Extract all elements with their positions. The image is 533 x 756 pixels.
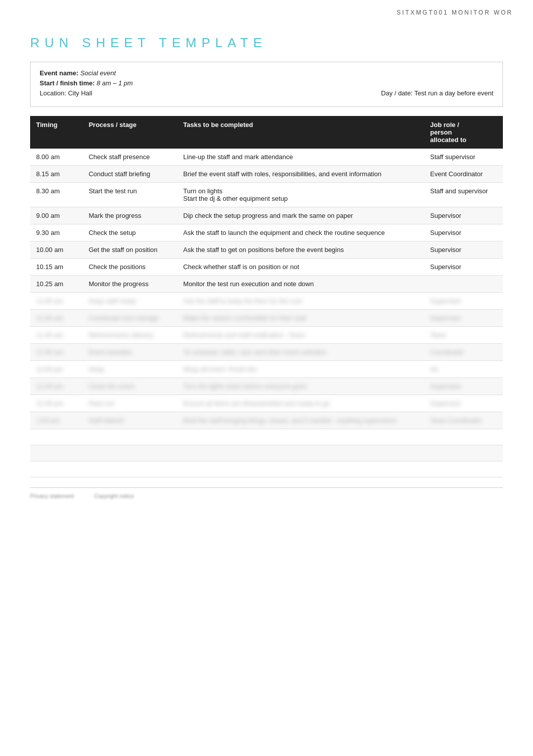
table-row-blurred: 12:30 pmClose the eventTurn the lights d… <box>30 378 503 395</box>
table-row: 9.00 amMark the progressDip check the se… <box>30 207 503 224</box>
table-row: 10.25 amMonitor the progressMonitor the … <box>30 276 503 293</box>
table-row-blurred: 12:00 pmWrapWrap all event. Finish theAl… <box>30 361 503 378</box>
cell-blurred-tasks: Ensure all items are disassembled and re… <box>177 395 424 412</box>
start-time-row: Start / finish time: 8 am – 1 pm <box>40 79 493 87</box>
cell-tasks: Dip check the setup progress and mark th… <box>177 207 424 224</box>
table-row-blurred: 11:50 amEvent activitiesTo schedule, tab… <box>30 344 503 361</box>
cell-timing: 9.30 am <box>30 224 83 241</box>
cell-tasks: Ask the staff to launch the equipment an… <box>177 224 424 241</box>
cell-process: Check the setup <box>83 224 177 241</box>
cell-blurred-role: All <box>424 361 503 378</box>
cell-blurred-timing: 11:00 am <box>30 293 83 310</box>
cell-blurred-tasks: To schedule, table, race and other event… <box>177 344 424 361</box>
cell-empty <box>83 461 177 477</box>
cell-blurred-role: Coordinator <box>424 344 503 361</box>
footer-label1: Privacy statement <box>30 493 74 499</box>
table-row-empty <box>30 445 503 461</box>
table-row-blurred: 11:00 amKeep staff readyAsk the staff to… <box>30 293 503 310</box>
cell-blurred-process: Wrap <box>83 361 177 378</box>
day-value: Test run a day before event <box>414 89 493 97</box>
cell-role: Event Coordinator <box>424 166 503 183</box>
cell-blurred-timing: 1:00 pm <box>30 412 83 429</box>
cell-tasks: Line-up the staff and mark attendance <box>177 149 424 166</box>
cell-blurred-tasks: Ask the staff to keep the floor for the … <box>177 293 424 310</box>
event-name-row: Event name: Social event <box>40 69 493 77</box>
cell-tasks: Ask the staff to get on positions before… <box>177 241 424 259</box>
cell-tasks: Turn on lightsStart the dj & other equip… <box>177 183 424 207</box>
cell-timing: 8.00 am <box>30 149 83 166</box>
cell-blurred-role: Team <box>424 327 503 344</box>
cell-blurred-role: Team Coordinator <box>424 412 503 429</box>
cell-empty <box>30 445 83 461</box>
cell-blurred-process: Staff debrief <box>83 412 177 429</box>
cell-role: Supervisor <box>424 241 503 259</box>
cell-blurred-tasks: Brief the staff bringing things, issues,… <box>177 412 424 429</box>
cell-role: Staff supervisor <box>424 149 503 166</box>
cell-empty <box>30 429 83 445</box>
run-sheet-table: Timing Process / stage Tasks to be compl… <box>30 116 503 477</box>
day-part: Day / date: Test run a day before event <box>381 89 493 97</box>
location-day-row: Location: City Hall Day / date: Test run… <box>40 89 493 97</box>
table-row-empty <box>30 429 503 445</box>
cell-process: Check the positions <box>83 259 177 276</box>
event-label: Event name: <box>40 69 78 77</box>
table-row: 10.15 amCheck the positionsCheck whether… <box>30 259 503 276</box>
cell-blurred-process: Close the event <box>83 378 177 395</box>
start-label: Start / finish time: <box>40 79 95 87</box>
cell-tasks: Brief the event staff with roles, respon… <box>177 166 424 183</box>
cell-blurred-tasks: Refreshments and staff notification - Do… <box>177 327 424 344</box>
cell-empty <box>177 429 424 445</box>
location-label: Location: <box>40 89 66 97</box>
cell-role: Supervisor <box>424 259 503 276</box>
cell-process: Check staff presence <box>83 149 177 166</box>
cell-blurred-role: Supervisor <box>424 310 503 327</box>
table-row-blurred: 11:45 amRefreshments deliveryRefreshment… <box>30 327 503 344</box>
cell-blurred-timing: 12:30 pm <box>30 378 83 395</box>
table-header-row: Timing Process / stage Tasks to be compl… <box>30 116 503 149</box>
header-role: Job role /personallocated to <box>424 116 503 149</box>
location-value: City Hall <box>68 89 92 97</box>
cell-timing: 10.00 am <box>30 241 83 259</box>
cell-role: Supervisor <box>424 207 503 224</box>
cell-blurred-tasks: Wrap all event. Finish the <box>177 361 424 378</box>
table-row-empty <box>30 461 503 477</box>
cell-process: Mark the progress <box>83 207 177 224</box>
cell-blurred-process: Refreshments delivery <box>83 327 177 344</box>
cell-blurred-process: Coordinate and manage <box>83 310 177 327</box>
main-container: RUN SHEET TEMPLATE Event name: Social ev… <box>0 20 533 519</box>
cell-blurred-process: Keep staff ready <box>83 293 177 310</box>
header-process: Process / stage <box>83 116 177 149</box>
cell-timing: 8.30 am <box>30 183 83 207</box>
header-timing: Timing <box>30 116 83 149</box>
cell-tasks: Monitor the test run execution and note … <box>177 276 424 293</box>
cell-blurred-timing: 11:50 am <box>30 344 83 361</box>
cell-empty <box>424 429 503 445</box>
start-value: 8 am – 1 pm <box>96 79 132 87</box>
cell-blurred-process: Pack out <box>83 395 177 412</box>
cell-empty <box>30 461 83 477</box>
cell-empty <box>83 429 177 445</box>
cell-blurred-role: Supervisor <box>424 293 503 310</box>
cell-timing: 10.15 am <box>30 259 83 276</box>
cell-tasks: Check whether staff is on position or no… <box>177 259 424 276</box>
table-row-blurred: 1:00 pmStaff debriefBrief the staff brin… <box>30 412 503 429</box>
table-row: 8.30 amStart the test runTurn on lightsS… <box>30 183 503 207</box>
cell-blurred-timing: 12:00 pm <box>30 361 83 378</box>
day-label: Day / date: <box>381 89 413 97</box>
cell-blurred-role: Supervisor <box>424 378 503 395</box>
header-bar: SITXMGT001 MONITOR WOR <box>0 0 533 20</box>
cell-role: Supervisor <box>424 224 503 241</box>
cell-timing: 8.15 am <box>30 166 83 183</box>
event-value: Social event <box>80 69 116 77</box>
cell-blurred-process: Event activities <box>83 344 177 361</box>
table-row: 8.15 amConduct staff briefingBrief the e… <box>30 166 503 183</box>
footer-label2: Copyright notice <box>94 493 134 499</box>
info-box: Event name: Social event Start / finish … <box>30 62 503 107</box>
header-tasks: Tasks to be completed <box>177 116 424 149</box>
cell-blurred-tasks: Turn the lights down before everyone goe… <box>177 378 424 395</box>
table-row: 8.00 amCheck staff presenceLine-up the s… <box>30 149 503 166</box>
cell-blurred-tasks: Make the visitors comfortable for their … <box>177 310 424 327</box>
cell-empty <box>177 461 424 477</box>
cell-blurred-timing: 12:45 pm <box>30 395 83 412</box>
cell-process: Get the staff on position <box>83 241 177 259</box>
